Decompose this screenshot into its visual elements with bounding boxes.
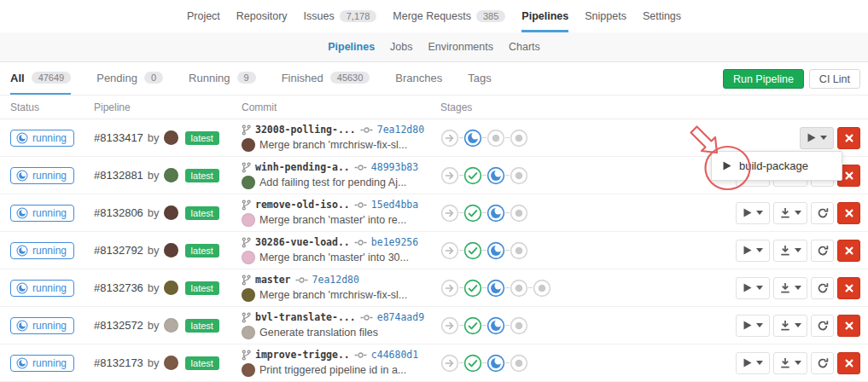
stage-created-icon[interactable] bbox=[510, 316, 528, 335]
stage-created-icon[interactable] bbox=[510, 166, 528, 185]
commit-author-avatar[interactable] bbox=[242, 176, 255, 189]
stage-running-icon[interactable] bbox=[486, 241, 505, 260]
status-badge[interactable]: running bbox=[10, 242, 74, 259]
play-dropdown-button[interactable] bbox=[736, 240, 770, 262]
commit-sha-link[interactable]: e874aad9 bbox=[377, 311, 424, 323]
branch-link[interactable]: remove-old-iso.. bbox=[255, 199, 350, 211]
tab-tags[interactable]: Tags bbox=[468, 62, 491, 95]
sub-nav-charts[interactable]: Charts bbox=[509, 32, 540, 61]
artifacts-dropdown-button[interactable] bbox=[773, 315, 807, 337]
user-avatar[interactable] bbox=[164, 243, 178, 258]
tab-branches[interactable]: Branches bbox=[395, 62, 442, 95]
play-dropdown-button[interactable] bbox=[736, 202, 770, 224]
commit-author-avatar[interactable] bbox=[242, 251, 255, 264]
tab-finished[interactable]: Finished45630 bbox=[282, 62, 370, 95]
stage-passed-icon[interactable] bbox=[463, 166, 482, 185]
stage-created-icon[interactable] bbox=[533, 279, 551, 298]
commit-message[interactable]: Merge branch 'master' into 30... bbox=[259, 252, 409, 263]
stage-running-icon[interactable] bbox=[486, 354, 505, 373]
pipeline-id-link[interactable]: #8132736 bbox=[94, 281, 143, 294]
status-badge[interactable]: running bbox=[10, 167, 74, 184]
stage-created-icon[interactable] bbox=[486, 129, 505, 148]
stage-created-icon[interactable] bbox=[510, 129, 528, 148]
play-dropdown-button[interactable] bbox=[736, 315, 770, 337]
user-avatar[interactable] bbox=[164, 281, 178, 295]
commit-author-avatar[interactable] bbox=[242, 288, 255, 302]
retry-pipeline-button[interactable] bbox=[811, 315, 834, 337]
stage-passed-icon[interactable] bbox=[463, 279, 482, 298]
commit-sha-link[interactable]: be1e9256 bbox=[371, 236, 418, 248]
top-nav-project[interactable]: Project bbox=[187, 0, 220, 32]
commit-author-avatar[interactable] bbox=[242, 138, 255, 152]
user-avatar[interactable] bbox=[164, 130, 178, 145]
ci-lint-button[interactable]: CI Lint bbox=[809, 69, 860, 89]
commit-message[interactable]: Merge branch 'master' into re... bbox=[259, 214, 406, 226]
retry-pipeline-button[interactable] bbox=[811, 240, 834, 262]
cancel-pipeline-button[interactable] bbox=[837, 127, 860, 149]
sub-nav-pipelines[interactable]: Pipelines bbox=[328, 32, 375, 61]
tab-pending[interactable]: Pending0 bbox=[96, 62, 163, 95]
dropdown-item-build-package[interactable]: build-package bbox=[712, 152, 842, 180]
branch-link[interactable]: master bbox=[255, 274, 291, 286]
pipeline-id-link[interactable]: #8132173 bbox=[94, 356, 143, 369]
artifacts-dropdown-button[interactable] bbox=[773, 202, 807, 224]
status-badge[interactable]: running bbox=[10, 317, 74, 334]
stage-running-icon[interactable] bbox=[486, 279, 505, 298]
stage-skipped-icon[interactable] bbox=[440, 166, 459, 185]
retry-pipeline-button[interactable] bbox=[811, 352, 834, 374]
commit-message[interactable]: Merge branch 'mrchrisw-fix-sl... bbox=[259, 139, 407, 151]
pipeline-id-link[interactable]: #8133417 bbox=[94, 131, 143, 144]
stage-running-icon[interactable] bbox=[486, 166, 505, 185]
stage-created-icon[interactable] bbox=[510, 204, 528, 223]
user-avatar[interactable] bbox=[164, 356, 178, 370]
branch-link[interactable]: 32008-polling-... bbox=[255, 124, 356, 136]
commit-message[interactable]: Add failing test for pending Aj... bbox=[259, 177, 406, 188]
stage-created-icon[interactable] bbox=[510, 241, 528, 260]
cancel-pipeline-button[interactable] bbox=[837, 352, 860, 374]
play-dropdown-button[interactable] bbox=[736, 277, 770, 299]
play-dropdown-button[interactable] bbox=[800, 127, 834, 149]
stage-passed-icon[interactable] bbox=[463, 316, 482, 335]
stage-skipped-icon[interactable] bbox=[440, 279, 459, 298]
commit-author-avatar[interactable] bbox=[242, 326, 255, 339]
tab-running[interactable]: Running9 bbox=[189, 62, 256, 95]
cancel-pipeline-button[interactable] bbox=[837, 277, 860, 299]
pipeline-id-link[interactable]: #8132572 bbox=[94, 319, 143, 332]
branch-link[interactable]: bvl-translate-... bbox=[255, 311, 356, 323]
stage-created-icon[interactable] bbox=[510, 354, 528, 373]
top-nav-pipelines[interactable]: Pipelines bbox=[521, 0, 568, 32]
stage-created-icon[interactable] bbox=[510, 279, 528, 298]
stage-skipped-icon[interactable] bbox=[440, 354, 459, 373]
stage-passed-icon[interactable] bbox=[463, 354, 482, 373]
status-badge[interactable]: running bbox=[10, 280, 74, 297]
tab-all[interactable]: All47649 bbox=[10, 62, 71, 95]
stage-skipped-icon[interactable] bbox=[440, 316, 459, 335]
branch-link[interactable]: 30286-vue-load.. bbox=[255, 236, 350, 248]
top-nav-merge-requests[interactable]: Merge Requests385 bbox=[393, 0, 505, 32]
pipeline-id-link[interactable]: #8132806 bbox=[94, 206, 143, 219]
stage-running-icon[interactable] bbox=[486, 316, 505, 335]
commit-sha-link[interactable]: 7ea12d80 bbox=[312, 274, 359, 286]
retry-pipeline-button[interactable] bbox=[811, 202, 834, 224]
stage-skipped-icon[interactable] bbox=[440, 129, 459, 148]
stage-skipped-icon[interactable] bbox=[440, 241, 459, 260]
retry-pipeline-button[interactable] bbox=[811, 277, 834, 299]
top-nav-settings[interactable]: Settings bbox=[643, 0, 681, 32]
artifacts-dropdown-button[interactable] bbox=[773, 240, 807, 262]
top-nav-repository[interactable]: Repository bbox=[236, 0, 288, 32]
top-nav-snippets[interactable]: Snippets bbox=[585, 0, 626, 32]
stage-passed-icon[interactable] bbox=[463, 204, 482, 223]
commit-author-avatar[interactable] bbox=[242, 213, 255, 227]
user-avatar[interactable] bbox=[164, 318, 178, 333]
stage-running-icon[interactable] bbox=[486, 204, 505, 223]
user-avatar[interactable] bbox=[164, 205, 178, 220]
sub-nav-jobs[interactable]: Jobs bbox=[390, 32, 412, 61]
cancel-pipeline-button[interactable] bbox=[837, 240, 860, 262]
stage-passed-icon[interactable] bbox=[463, 241, 482, 260]
cancel-pipeline-button[interactable] bbox=[837, 315, 860, 337]
stage-skipped-icon[interactable] bbox=[440, 204, 459, 223]
commit-author-avatar[interactable] bbox=[242, 363, 255, 377]
commit-sha-link[interactable]: c44680d1 bbox=[371, 349, 418, 361]
status-badge[interactable]: running bbox=[10, 130, 74, 147]
pipeline-id-link[interactable]: #8132792 bbox=[94, 244, 143, 257]
